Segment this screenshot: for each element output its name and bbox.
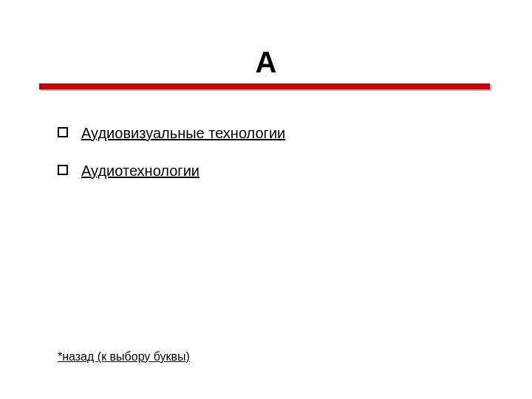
slide: А Аудиовизуальные технологии Аудиотехнол… [0, 0, 532, 399]
link-audio-tech[interactable]: Аудиотехнологии [81, 162, 200, 180]
list-item: Аудиотехнологии [58, 162, 471, 180]
list-item: Аудиовизуальные технологии [58, 124, 471, 143]
back-link[interactable]: *назад (к выбору буквы) [58, 350, 190, 364]
link-audiovisual-tech[interactable]: Аудиовизуальные технологии [81, 124, 285, 143]
square-bullet-icon [58, 165, 68, 175]
square-bullet-icon [58, 127, 68, 137]
page-title: А [0, 46, 532, 78]
title-underline [39, 83, 490, 89]
title-underline-shadow [41, 85, 491, 91]
link-list: Аудиовизуальные технологии Аудиотехнолог… [58, 124, 471, 200]
